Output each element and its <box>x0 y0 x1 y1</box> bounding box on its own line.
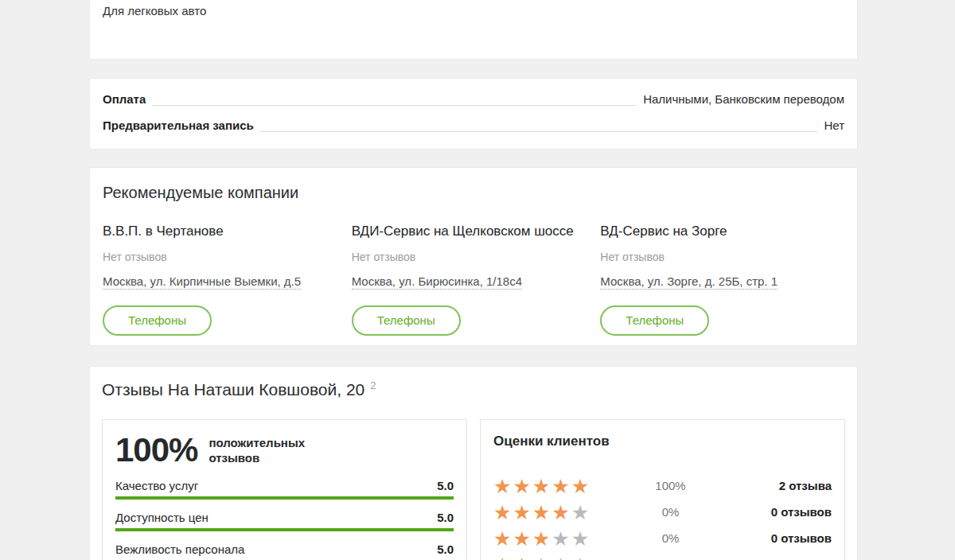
phones-button[interactable]: Телефоны <box>352 305 461 336</box>
rating-row-5-stars: ★★★★★ 100% 2 отзыва <box>493 472 832 499</box>
criterion-label: Качество услуг <box>115 478 198 494</box>
companies-grid: В.В.П. в Чертанове Нет отзывов Москва, у… <box>103 223 844 336</box>
reviews-card: Отзывы На Наташи Ковшовой, 202 100% поло… <box>89 366 858 560</box>
reviews-count-superscript: 2 <box>370 379 376 391</box>
positive-reviews-panel: 100% положительных отзывов Качество услу… <box>102 419 467 560</box>
rating-percent: 0% <box>637 505 704 519</box>
prebooking-value: Нет <box>824 115 844 136</box>
summary-head: 100% положительных отзывов <box>115 433 454 468</box>
leader-line <box>260 115 818 132</box>
company-name: В.В.П. в Чертанове <box>103 223 347 240</box>
company-card: ВДИ-Сервис на Щелковском шоссе Нет отзыв… <box>352 223 596 336</box>
rating-percent: 100% <box>637 479 704 492</box>
company-name: ВДИ-Сервис на Щелковском шоссе <box>352 223 596 240</box>
phones-button[interactable]: Телефоны <box>600 305 709 336</box>
criterion-value: 5.0 <box>437 542 454 558</box>
reviews-title: Отзывы На Наташи Ковшовой, 202 <box>102 375 845 401</box>
leader-line <box>152 89 637 106</box>
star-rating-icons: ★★★★★ <box>493 476 637 496</box>
positive-percent-label: положительных отзывов <box>209 435 336 465</box>
criterion-label: Доступность цен <box>115 510 209 526</box>
company-address-link[interactable]: Москва, ул. Бирюсинка, 1/18с4 <box>352 274 522 290</box>
criterion-value: 5.0 <box>437 510 454 526</box>
company-reviews-status: Нет отзывов <box>600 250 844 264</box>
review-panels: 100% положительных отзывов Качество услу… <box>102 419 845 560</box>
rating-count: 0 отзывов <box>704 505 832 519</box>
rating-rows: ★★★★★ 100% 2 отзыва ★★★★★ 0% 0 отзывов ★… <box>493 472 832 560</box>
criterion-bar-fill <box>115 528 454 531</box>
detail-row-prebooking: Предварительная запись Нет <box>103 115 844 136</box>
criterion-bar <box>115 496 454 500</box>
rating-count: 2 отзыва <box>704 479 832 492</box>
star-rating-icons: ★★★★★ <box>493 528 637 549</box>
criterion-row: Качество услуг 5.0 <box>115 478 454 500</box>
prebooking-label: Предварительная запись <box>103 115 254 136</box>
company-name: ВД-Сервис на Зорге <box>600 223 844 240</box>
recommended-title: Рекомендуемые компании <box>103 182 844 203</box>
criterion-row: Доступность цен 5.0 <box>115 510 454 531</box>
criterion-label: Вежливость персонала <box>115 542 244 558</box>
company-card: В.В.П. в Чертанове Нет отзывов Москва, у… <box>103 223 347 336</box>
company-card: ВД-Сервис на Зорге Нет отзывов Москва, у… <box>600 223 844 336</box>
recommended-companies-card: Рекомендуемые компании В.В.П. в Чертанов… <box>89 167 858 346</box>
criterion-bar <box>115 528 454 531</box>
criteria-list: Качество услуг 5.0 Доступность цен 5.0 <box>115 478 454 560</box>
star-rating-icons: ★★★★★ <box>493 554 637 560</box>
criterion-value: 5.0 <box>437 478 454 494</box>
client-ratings-title: Оценки клиентов <box>493 433 832 450</box>
criterion-row: Вежливость персонала 5.0 <box>115 542 454 560</box>
company-reviews-status: Нет отзывов <box>103 250 347 264</box>
company-address-link[interactable]: Москва, ул. Кирпичные Выемки, д.5 <box>103 274 301 290</box>
client-ratings-panel: Оценки клиентов ★★★★★ 100% 2 отзыва ★★★★… <box>480 419 845 560</box>
rating-count: 0 отзывов <box>704 531 832 545</box>
payment-label: Оплата <box>103 89 146 110</box>
rating-row-3-stars: ★★★★★ 0% 0 отзывов <box>493 525 832 551</box>
star-rating-icons: ★★★★★ <box>493 502 637 523</box>
company-address-link[interactable]: Москва, ул. Зорге, д. 25Б, стр. 1 <box>600 274 778 290</box>
reviews-title-text: Отзывы На Наташи Ковшовой, 20 <box>102 380 364 399</box>
details-card: Оплата Наличными, Банковским переводом П… <box>89 78 858 150</box>
page-content: Для легковых авто Оплата Наличными, Банк… <box>89 0 858 560</box>
vehicle-type-text: Для легковых авто <box>103 3 844 19</box>
rating-row-4-stars: ★★★★★ 0% 0 отзывов <box>493 499 832 525</box>
rating-row-2-stars: ★★★★★ 0% 0 отзывов <box>493 551 832 560</box>
payment-value: Наличными, Банковским переводом <box>643 89 844 110</box>
detail-row-payment: Оплата Наличными, Банковским переводом <box>103 89 844 110</box>
phones-button[interactable]: Телефоны <box>103 305 212 336</box>
rating-percent: 0% <box>637 531 704 545</box>
company-reviews-status: Нет отзывов <box>352 250 596 264</box>
positive-percent: 100% <box>115 433 197 468</box>
vehicle-type-card: Для легковых авто <box>89 0 858 60</box>
criterion-bar-fill <box>115 496 454 500</box>
